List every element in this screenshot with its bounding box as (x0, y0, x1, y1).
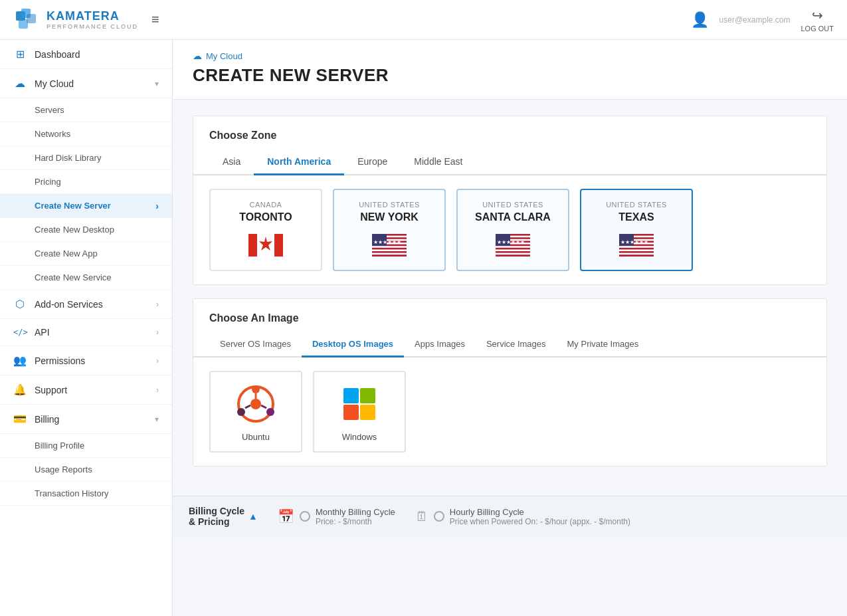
svg-rect-5 (248, 234, 257, 257)
monthly-billing-option[interactable]: 📅 Monthly Billing Cycle Price: - $/month (278, 507, 395, 526)
sidebar-label-api: API (35, 327, 50, 338)
billing-title-line1: Billing Cycle (189, 506, 244, 516)
sidebar-item-permissions[interactable]: 👥 Permissions › (0, 346, 172, 375)
us-sc-flag: ★★★★★★ (496, 234, 530, 257)
sidebar-sub-usage-reports[interactable]: Usage Reports (0, 458, 172, 482)
topbar-right: 👤 user@example.com ↪ LOG OUT (691, 7, 834, 33)
choose-zone-title: Choose Zone (193, 116, 826, 150)
canada-flag (248, 234, 283, 257)
zone-card-toronto[interactable]: CANADA TORONTO (209, 189, 322, 271)
sidebar-item-addon[interactable]: ⬡ Add-on Services › (0, 290, 172, 319)
sidebar-sub-transaction-history[interactable]: Transaction History (0, 482, 172, 506)
tab-private-images[interactable]: My Private Images (557, 332, 650, 358)
santa-clara-country: UNITED STATES (471, 201, 555, 209)
sidebar-sub-create-server[interactable]: Create New Server › (0, 194, 172, 218)
brand-name: KAMATERA (47, 9, 138, 23)
monthly-radio[interactable] (300, 511, 310, 522)
zone-cards-container: CANADA TORONTO UNITED STATES (193, 175, 826, 284)
chevron-down-icon: ▾ (155, 79, 159, 88)
chevron-right-icon: › (156, 300, 159, 309)
texas-country: UNITED STATES (595, 201, 678, 209)
svg-rect-32 (619, 253, 654, 255)
ubuntu-label: Ubuntu (221, 432, 290, 442)
svg-rect-30 (619, 246, 654, 248)
santa-clara-city: SANTA CLARA (471, 211, 555, 223)
chevron-right-api-icon: › (156, 328, 159, 337)
layout: ⊞ Dashboard ☁ My Cloud ▾ Servers Network… (0, 40, 847, 616)
page-header: ☁ My Cloud CREATE NEW SERVER (173, 40, 847, 100)
svg-rect-46 (360, 405, 375, 420)
image-tabs-container: Server OS Images Desktop OS Images Apps … (193, 332, 826, 358)
sidebar-item-api[interactable]: </> API › (0, 319, 172, 346)
cloud-icon: ☁ (13, 77, 27, 90)
dashboard-icon: ⊞ (13, 48, 27, 60)
sidebar-sub-pricing[interactable]: Pricing (0, 170, 172, 194)
page-title: CREATE NEW SERVER (193, 65, 827, 86)
breadcrumb-text: My Cloud (206, 51, 242, 61)
sidebar-item-my-cloud[interactable]: ☁ My Cloud ▾ (0, 69, 172, 98)
tab-desktop-os[interactable]: Desktop OS Images (302, 332, 404, 358)
choose-image-title: Choose An Image (193, 299, 826, 332)
image-card-windows[interactable]: Windows (313, 371, 406, 453)
sidebar-sub-hard-disk[interactable]: Hard Disk Library (0, 146, 172, 170)
zone-card-santa-clara[interactable]: UNITED STATES SANTA CLARA ★★★★★★ (456, 189, 569, 271)
tab-europe[interactable]: Europe (344, 150, 401, 175)
logo: KAMATERA PERFORMANCE CLOUD (13, 6, 138, 34)
svg-rect-13 (372, 249, 407, 251)
hourly-billing-label: Hourly Billing Cycle (450, 507, 630, 517)
sidebar-sub-create-service[interactable]: Create New Service (0, 266, 172, 290)
zone-card-texas[interactable]: UNITED STATES TEXAS ★★★★★★ (580, 189, 693, 271)
sidebar-item-support[interactable]: 🔔 Support › (0, 375, 172, 405)
support-icon: 🔔 (13, 383, 27, 396)
chevron-right-support-icon: › (156, 385, 159, 395)
svg-text:★★★★★★: ★★★★★★ (497, 239, 525, 245)
tab-apps-images[interactable]: Apps Images (404, 332, 476, 358)
tab-service-images[interactable]: Service Images (476, 332, 557, 358)
sidebar-label-permissions: Permissions (35, 356, 85, 366)
svg-rect-44 (360, 388, 375, 403)
hamburger-button[interactable]: ≡ (151, 12, 159, 27)
sidebar-sub-servers[interactable]: Servers (0, 98, 172, 122)
image-cards-container: Ubuntu Windows (193, 358, 826, 466)
choose-zone-section: Choose Zone Asia North America Europe Mi… (193, 116, 827, 285)
svg-point-37 (252, 385, 260, 393)
logout-button[interactable]: ↪ LOG OUT (800, 7, 834, 33)
sidebar-sub-networks[interactable]: Networks (0, 122, 172, 146)
texas-city: TEXAS (595, 211, 678, 223)
svg-line-41 (261, 405, 266, 408)
svg-point-38 (266, 408, 274, 416)
svg-rect-45 (343, 405, 359, 420)
monthly-price: Price: - $/month (316, 517, 395, 526)
svg-text:★★★★★★: ★★★★★★ (373, 239, 401, 245)
sidebar-label-billing: Billing (35, 414, 59, 425)
permissions-icon: 👥 (13, 354, 27, 367)
tab-asia[interactable]: Asia (209, 150, 254, 175)
zone-card-new-york[interactable]: UNITED STATES NEW YORK ★★★★★★ (333, 189, 446, 271)
billing-bar: Billing Cycle & Pricing ▲ 📅 Monthly Bill… (173, 496, 847, 536)
logout-label: LOG OUT (800, 25, 834, 33)
sidebar-sub-create-app[interactable]: Create New App (0, 242, 172, 266)
user-avatar-icon: 👤 (691, 11, 709, 29)
tab-middle-east[interactable]: Middle East (401, 150, 476, 175)
windows-icon (341, 385, 378, 423)
choose-image-section: Choose An Image Server OS Images Desktop… (193, 298, 827, 466)
sidebar-item-billing[interactable]: 💳 Billing ▾ (0, 405, 172, 434)
hourly-radio[interactable] (434, 511, 444, 522)
logo-icon (13, 6, 41, 34)
svg-rect-6 (274, 234, 283, 257)
billing-chevron-icon[interactable]: ▲ (248, 511, 258, 522)
sidebar-label-my-cloud: My Cloud (35, 78, 74, 89)
svg-point-39 (237, 408, 245, 416)
image-card-ubuntu[interactable]: Ubuntu (209, 371, 302, 453)
svg-rect-31 (619, 249, 654, 251)
tab-server-os[interactable]: Server OS Images (209, 332, 302, 358)
addon-icon: ⬡ (13, 298, 27, 310)
tab-north-america[interactable]: North America (254, 150, 344, 175)
sidebar-item-dashboard[interactable]: ⊞ Dashboard (0, 40, 172, 69)
us-ny-flag: ★★★★★★ (372, 234, 407, 257)
billing-cycle-title: Billing Cycle & Pricing ▲ (189, 506, 258, 527)
sidebar-sub-billing-profile[interactable]: Billing Profile (0, 434, 172, 458)
user-name: user@example.com (719, 15, 791, 25)
hourly-billing-option[interactable]: 🗓 Hourly Billing Cycle Price when Powere… (415, 507, 630, 526)
sidebar-sub-create-desktop[interactable]: Create New Desktop (0, 218, 172, 242)
